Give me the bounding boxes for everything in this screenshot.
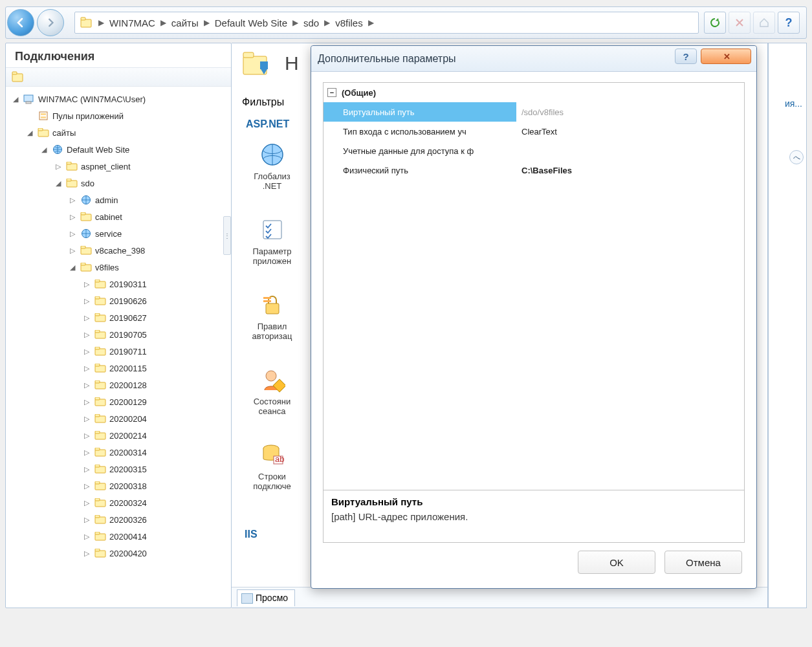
tree-item-v8files[interactable]: ◢ v8files xyxy=(7,259,230,276)
tree-item-v8cache_398[interactable]: ▷ v8cache_398 xyxy=(7,242,230,259)
tree-folder[interactable]: ▷ 20200420 xyxy=(7,545,230,562)
expander-icon[interactable]: ▷ xyxy=(82,448,91,457)
tree-folder[interactable]: ▷ 20200324 xyxy=(7,494,230,511)
expander-icon[interactable]: ▷ xyxy=(82,364,91,373)
breadcrumb-home-icon[interactable] xyxy=(79,16,94,30)
globe-icon xyxy=(80,228,93,239)
property-value[interactable]: /sdo/v8files xyxy=(516,102,744,122)
cancel-button[interactable]: Отмена xyxy=(664,551,742,574)
connections-tree[interactable]: ◢ WIN7MAC (WIN7MAC\User) Пулы приложений… xyxy=(6,87,231,608)
tree-folder[interactable]: ▷ 20190705 xyxy=(7,326,230,343)
actions-link-truncated[interactable]: ия... xyxy=(785,98,802,109)
breadcrumb-seg-0[interactable]: WIN7MAC xyxy=(105,17,159,28)
feature-authorization[interactable]: Правил авторизац xyxy=(238,291,306,341)
tree-server-node[interactable]: ◢ WIN7MAC (WIN7MAC\User) xyxy=(7,91,230,107)
checklist-icon xyxy=(238,215,306,244)
property-row[interactable]: Тип входа с использованием уч ClearText xyxy=(324,122,744,141)
home-button[interactable] xyxy=(753,12,775,34)
tree-folder[interactable]: ▷ 20200115 xyxy=(7,360,230,377)
expander-icon[interactable]: ◢ xyxy=(11,95,20,104)
feature-app-settings[interactable]: Параметр приложен xyxy=(238,215,306,266)
expander-icon[interactable]: ▷ xyxy=(82,549,91,558)
breadcrumb-seg-2[interactable]: Default Web Site xyxy=(211,17,291,28)
breadcrumb-seg-1[interactable]: сайты xyxy=(168,17,203,28)
feature-session-state[interactable]: Состояни сеанса xyxy=(238,366,306,416)
tree-label: v8cache_398 xyxy=(95,246,145,256)
expander-icon[interactable]: ▷ xyxy=(82,532,91,541)
expander-icon[interactable]: ▷ xyxy=(82,432,91,440)
tree-folder[interactable]: ▷ 20200314 xyxy=(7,444,230,461)
expander-icon[interactable]: ▷ xyxy=(82,482,91,490)
expander-icon[interactable]: ▷ xyxy=(68,247,77,255)
expander-icon[interactable]: ▷ xyxy=(82,331,91,339)
breadcrumb-seg-4[interactable]: v8files xyxy=(331,17,367,28)
tree-folder[interactable]: ▷ 20200318 xyxy=(7,477,230,494)
expander-icon[interactable]: ▷ xyxy=(82,398,91,406)
property-group[interactable]: − (Общие) xyxy=(324,83,744,102)
expander-icon[interactable]: ◢ xyxy=(39,146,49,154)
expander-icon[interactable]: ▷ xyxy=(82,381,91,389)
tree-app-pools[interactable]: Пулы приложений xyxy=(7,107,230,124)
help-button[interactable]: ? xyxy=(778,12,800,34)
back-button[interactable] xyxy=(7,9,34,36)
property-row[interactable]: Учетные данные для доступа к ф xyxy=(324,141,744,160)
tree-folder[interactable]: ▷ 20200128 xyxy=(7,377,230,393)
expander-icon[interactable]: ▷ xyxy=(82,297,91,305)
expander-icon[interactable]: ▷ xyxy=(68,230,77,238)
actions-expand-button[interactable]: へ xyxy=(789,150,804,164)
expander-icon[interactable]: ▷ xyxy=(82,347,91,356)
expander-icon[interactable]: ▷ xyxy=(82,465,91,474)
features-view-tab[interactable]: Просмо xyxy=(237,589,295,606)
tree-folder[interactable]: ▷ 20190627 xyxy=(7,309,230,326)
property-grid[interactable]: − (Общие) Виртуальный путь /sdo/v8files … xyxy=(323,82,745,490)
feature-globalization[interactable]: Глобализ .NET xyxy=(238,140,306,191)
property-row[interactable]: Физический путь C:\BaseFiles xyxy=(324,160,744,180)
tree-folder[interactable]: ▷ 20200204 xyxy=(7,410,230,427)
tree-splitter-handle[interactable]: ⋮ xyxy=(223,216,231,255)
forward-button[interactable] xyxy=(37,9,64,36)
tree-aspnet-client[interactable]: ▷ aspnet_client xyxy=(7,158,230,175)
property-row[interactable]: Виртуальный путь /sdo/v8files xyxy=(324,102,744,122)
expander-icon[interactable]: ▷ xyxy=(68,196,77,204)
add-connection-icon[interactable] xyxy=(11,71,25,83)
tree-folder[interactable]: ▷ 20200326 xyxy=(7,511,230,528)
property-value[interactable] xyxy=(516,141,744,160)
ok-button[interactable]: OK xyxy=(578,551,655,574)
expander-icon[interactable]: ▷ xyxy=(82,415,91,423)
dialog-titlebar[interactable]: Дополнительные параметры ? ✕ xyxy=(311,46,756,72)
tree-item-service[interactable]: ▷ service xyxy=(7,225,230,242)
expander-icon[interactable]: ▷ xyxy=(68,213,77,221)
chevron-right-icon: ▶ xyxy=(291,18,300,27)
tree-folder[interactable]: ▷ 20200129 xyxy=(7,393,230,410)
tree-default-site[interactable]: ◢ Default Web Site xyxy=(7,141,230,158)
tree-folder[interactable]: ▷ 20190711 xyxy=(7,343,230,360)
tree-folder[interactable]: ▷ 20200315 xyxy=(7,461,230,477)
tree-sdo[interactable]: ◢ sdo xyxy=(7,175,230,192)
expander-icon[interactable]: ▷ xyxy=(82,499,91,507)
tree-folder[interactable]: ▷ 20190311 xyxy=(7,276,230,292)
tree-folder[interactable]: ▷ 20200414 xyxy=(7,528,230,545)
expander-icon[interactable]: ◢ xyxy=(68,263,77,272)
dialog-help-button[interactable]: ? xyxy=(675,49,697,64)
expander-icon[interactable]: ▷ xyxy=(82,516,91,524)
property-value[interactable]: C:\BaseFiles xyxy=(516,160,744,180)
expander-icon[interactable]: ▷ xyxy=(54,162,63,171)
expander-icon[interactable]: ▷ xyxy=(82,314,91,322)
svg-rect-4 xyxy=(24,95,33,102)
collapse-icon[interactable]: − xyxy=(327,88,336,97)
tree-item-cabinet[interactable]: ▷ cabinet xyxy=(7,208,230,225)
property-value[interactable]: ClearText xyxy=(516,122,744,141)
tree-sites[interactable]: ◢ сайты xyxy=(7,124,230,141)
expander-icon[interactable]: ◢ xyxy=(25,129,34,137)
tree-item-admin[interactable]: ▷ admin xyxy=(7,192,230,208)
refresh-button[interactable] xyxy=(704,12,726,34)
breadcrumb-seg-3[interactable]: sdo xyxy=(300,17,323,28)
expander-icon[interactable]: ▷ xyxy=(82,280,91,289)
tree-folder[interactable]: ▷ 20190626 xyxy=(7,292,230,309)
feature-connection-strings[interactable]: ab Строки подключе xyxy=(238,441,306,491)
dialog-close-button[interactable]: ✕ xyxy=(701,49,751,64)
stop-button[interactable] xyxy=(729,12,751,34)
expander-icon[interactable]: ◢ xyxy=(54,179,63,188)
tree-folder[interactable]: ▷ 20200214 xyxy=(7,427,230,444)
breadcrumb[interactable]: ▶ WIN7MAC ▶ сайты ▶ Default Web Site ▶ s… xyxy=(74,12,699,34)
